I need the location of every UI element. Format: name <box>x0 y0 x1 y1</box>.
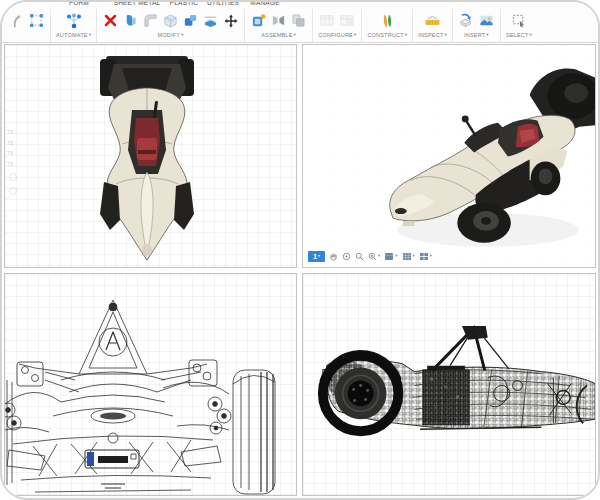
car-side-wireframe <box>303 274 596 496</box>
toolbar-group-configure: CONFIGURE▾ <box>312 9 361 42</box>
toolbar-group-automate: AUTOMATE▾ <box>50 9 96 42</box>
app-window: FORM SHEET METAL PLASTIC UTILITIES MANAG… <box>0 0 600 500</box>
new-component-icon[interactable] <box>250 11 267 30</box>
toolbar-group-construct: CONSTRUCT▾ <box>361 9 412 42</box>
front-wheel-right <box>174 182 194 230</box>
combine-icon[interactable] <box>182 11 199 30</box>
mirror <box>462 115 469 122</box>
car-perspective-view <box>381 63 596 258</box>
look-at-icon[interactable] <box>355 252 364 261</box>
toolbar-group-inspect: INSPECT▾ <box>412 9 452 42</box>
chevron-down-icon: ▾ <box>395 254 397 259</box>
tab-utilities[interactable]: UTILITIES <box>207 2 239 6</box>
canvas-image-icon[interactable] <box>478 11 495 30</box>
chevron-down-icon: ▾ <box>181 33 183 38</box>
browser-item[interactable]: 73 <box>7 150 13 156</box>
assemble-menu[interactable]: ASSEMBLE▾ <box>261 32 296 38</box>
grid-and-snaps-icon[interactable]: ▾ <box>402 252 415 261</box>
construct-menu[interactable]: CONSTRUCT▾ <box>367 32 407 38</box>
split-body-icon[interactable] <box>202 11 219 30</box>
zoom-icon[interactable]: ▾ <box>368 252 380 261</box>
chevron-down-icon: ▾ <box>430 254 432 259</box>
chevron-down-icon: ▾ <box>378 254 380 259</box>
modify-menu[interactable]: MODIFY▾ <box>158 32 184 38</box>
rigid-group-icon[interactable] <box>290 11 307 30</box>
tab-manage[interactable]: MANAGE <box>250 2 279 6</box>
delete-icon[interactable] <box>102 11 119 30</box>
tab-plastic[interactable]: PLASTIC <box>170 2 199 6</box>
inspect-menu[interactable]: INSPECT▾ <box>418 32 447 38</box>
toolbar-group-modify: MODIFY▾ <box>96 9 244 42</box>
display-settings-icon[interactable]: ▾ <box>384 252 397 261</box>
fillet-icon[interactable] <box>142 11 159 30</box>
automate-menu[interactable]: AUTOMATE▾ <box>56 32 91 38</box>
toolbar-group-select: SELECT▾ <box>500 9 537 42</box>
browser-item[interactable]: 73 <box>7 140 13 146</box>
chevron-down-icon: ▾ <box>405 33 407 38</box>
toolbar-group-leading <box>3 9 50 42</box>
viewport-number-button[interactable]: 1▾ <box>308 251 325 262</box>
front-wheel-left <box>100 182 120 230</box>
automate-branch-icon[interactable] <box>65 11 82 30</box>
chevron-down-icon: ▾ <box>89 33 91 38</box>
construction-plane-icon[interactable] <box>379 11 396 30</box>
select-window-icon[interactable] <box>510 11 527 30</box>
select-menu[interactable]: SELECT▾ <box>506 32 532 38</box>
viewport-top-view[interactable]: 73 73 73 73 <box>4 44 297 268</box>
viewports-icon[interactable]: ▾ <box>419 252 432 261</box>
browser-item[interactable]: 73 <box>7 129 13 135</box>
chevron-down-icon: ▾ <box>294 33 296 38</box>
browser-item[interactable]: 73 <box>7 161 13 167</box>
chevron-down-icon: ▾ <box>530 33 532 38</box>
viewport-nav-bar: 1▾ ▾ ▾ ▾ ▾ <box>308 250 432 262</box>
chevron-down-icon: ▾ <box>486 33 488 38</box>
front-right-tire <box>233 370 275 494</box>
orbit-icon[interactable] <box>342 252 351 261</box>
chevron-down-icon: ▾ <box>444 33 446 38</box>
viewport-perspective-view[interactable]: 1▾ ▾ ▾ ▾ ▾ <box>302 44 596 268</box>
chevron-down-icon: ▾ <box>354 33 356 38</box>
pan-icon[interactable] <box>329 252 338 261</box>
chevron-down-icon: ▾ <box>318 254 320 258</box>
viewport-grid: 73 73 73 73 <box>4 44 596 496</box>
toolbar-group-insert: INSERT▾ <box>452 9 500 42</box>
press-pull-icon[interactable] <box>122 11 139 30</box>
joint-icon[interactable] <box>270 11 287 30</box>
shell-icon[interactable] <box>162 11 179 30</box>
toolbar-group-assemble: ASSEMBLE▾ <box>244 9 312 42</box>
move-copy-icon[interactable] <box>222 11 239 30</box>
measure-icon[interactable] <box>424 11 441 30</box>
viewport-side-wireframe[interactable] <box>302 273 596 496</box>
ribbon-tab-row: FORM SHEET METAL PLASTIC UTILITIES MANAG… <box>2 2 598 9</box>
insert-derive-icon[interactable] <box>458 11 475 30</box>
sketch-points-icon[interactable] <box>28 11 45 30</box>
car-top-view <box>91 54 203 266</box>
tab-form[interactable]: FORM <box>69 2 89 6</box>
insert-menu[interactable]: INSERT▾ <box>464 32 489 38</box>
browser-tree-edge: 73 73 73 73 <box>7 129 13 167</box>
configuration-insert-icon[interactable] <box>339 11 356 30</box>
tab-sheet-metal[interactable]: SHEET METAL <box>114 2 161 6</box>
browser-tree-icons <box>9 173 17 195</box>
viewport-front-wireframe[interactable] <box>4 273 297 496</box>
configuration-table-icon[interactable] <box>319 11 336 30</box>
configure-menu[interactable]: CONFIGURE▾ <box>318 32 356 38</box>
partial-icon[interactable] <box>8 11 25 30</box>
ribbon-toolbar: AUTOMATE▾ <box>2 9 598 43</box>
car-front-wireframe <box>5 280 296 496</box>
chevron-down-icon: ▾ <box>413 254 415 259</box>
